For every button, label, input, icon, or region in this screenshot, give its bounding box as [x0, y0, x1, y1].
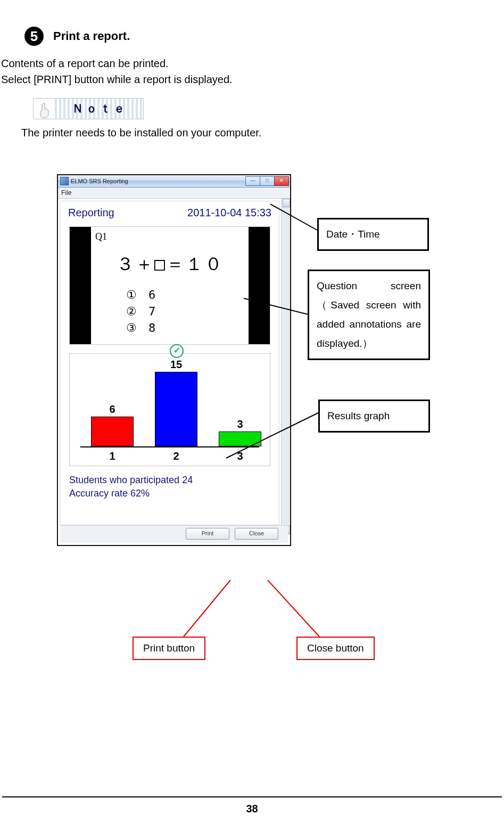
note-badge: Ｎｏｔｅ — [33, 98, 144, 119]
reporting-window: ELMO SRS Reporting — □ ✕ File Reporting … — [57, 175, 291, 545]
report-heading: Reporting — [68, 207, 114, 219]
note-label: Ｎｏｔｅ — [55, 101, 143, 117]
step-heading: 5 Print a report. — [0, 27, 504, 46]
callout-print-button: Print button — [133, 637, 205, 660]
step-title: Print a report. — [53, 29, 130, 43]
print-button[interactable]: Print — [186, 528, 229, 540]
close-button[interactable]: Close — [235, 528, 278, 540]
chart-category-label: 3 — [219, 450, 261, 462]
question-option-3: ③ 8 — [126, 320, 244, 337]
maximize-button[interactable]: □ — [260, 176, 275, 186]
callout-close-button: Close button — [296, 637, 375, 660]
titlebar: ELMO SRS Reporting — □ ✕ — [58, 175, 290, 188]
intro-line-1: Contents of a report can be printed. — [0, 55, 504, 71]
step-number-badge: 5 — [24, 27, 44, 46]
question-option-2: ② 7 — [126, 304, 244, 320]
menu-file[interactable]: File — [61, 189, 71, 197]
summary-accuracy: Accuracy rate 62% — [69, 487, 270, 500]
window-title: ELMO SRS Reporting — [71, 178, 128, 184]
svg-line-3 — [184, 580, 230, 637]
question-screen: Q1 ３＋□＝１０ ① 6 ② 7 ③ 8 — [69, 226, 270, 345]
minimize-button[interactable]: — — [245, 176, 260, 186]
chart-baseline — [80, 446, 259, 447]
app-icon — [60, 177, 69, 185]
chart-value-label: 15 — [155, 359, 197, 371]
callout-question: Question screen （Saved screen with added… — [308, 270, 430, 360]
chart-category-label: 2 — [155, 450, 197, 462]
chart-bar — [155, 372, 197, 446]
chart-value-label: 6 — [91, 403, 134, 416]
question-formula: ３＋□＝１０ — [95, 252, 244, 276]
page-footer: 38 — [0, 796, 504, 815]
menubar: File — [58, 188, 290, 199]
results-graph: 61152✓33 — [69, 353, 270, 466]
chart-bar — [91, 417, 134, 446]
check-icon: ✓ — [170, 344, 184, 358]
callout-graph: Results graph — [318, 400, 430, 433]
summary-participants: Students who participated 24 — [69, 474, 270, 487]
page-number: 38 — [0, 803, 504, 815]
pointing-hand-icon — [34, 99, 55, 119]
svg-line-4 — [268, 580, 319, 637]
chart-value-label: 3 — [219, 418, 261, 430]
intro-line-2: Select [PRINT] button while a report is … — [0, 71, 504, 87]
scrollbar-vertical[interactable] — [281, 199, 290, 534]
question-label: Q1 — [95, 231, 244, 242]
chart-bar — [219, 431, 261, 446]
report-datetime: 2011-10-04 15:33 — [187, 207, 271, 219]
question-option-1: ① 6 — [126, 287, 244, 304]
chart-category-label: 1 — [91, 450, 134, 462]
callout-datetime: Date・Time — [317, 218, 429, 251]
window-close-button[interactable]: ✕ — [274, 176, 289, 186]
note-text: The printer needs to be installed on you… — [0, 127, 504, 139]
